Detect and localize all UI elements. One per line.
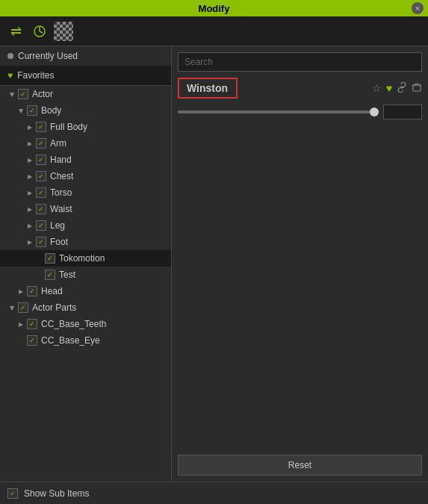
heart-icon[interactable]: ♥ <box>386 82 392 94</box>
checkbox-torso[interactable] <box>36 187 46 198</box>
tab-favorites[interactable]: ♥ Favorites <box>0 66 171 85</box>
animation-icon[interactable] <box>30 22 49 41</box>
preset-header: Winston ☆ ♥ <box>178 78 422 99</box>
window-title: Modify <box>199 3 230 14</box>
label-foot: Foot <box>50 237 68 247</box>
label-test: Test <box>59 270 75 280</box>
label-cc-base-eye: CC_Base_Eye <box>41 335 100 346</box>
right-panel: Winston ☆ ♥ <box>172 46 428 482</box>
checkbox-cc-base-eye[interactable] <box>27 335 37 346</box>
checkbox-actor[interactable] <box>18 89 28 99</box>
tree-item-actor[interactable]: Actor <box>0 86 171 102</box>
slider-value-wrapper: ▲ ▼ <box>383 105 422 119</box>
show-sub-items-label: Show Sub Items <box>24 488 89 499</box>
favorites-heart-icon: ♥ <box>7 70 13 81</box>
checkbox-waist[interactable] <box>36 204 46 214</box>
label-body: Body <box>41 105 61 116</box>
tree-item-waist[interactable]: Waist <box>0 201 171 217</box>
label-torso: Torso <box>50 187 72 198</box>
slider-thumb[interactable] <box>370 108 379 116</box>
preset-area: Winston ☆ ♥ <box>178 78 422 449</box>
tree-item-leg[interactable]: Leg <box>0 217 171 234</box>
label-arm: Arm <box>50 138 66 149</box>
tab-currently-used[interactable]: Currently Used <box>0 46 171 66</box>
arrow-waist <box>25 205 34 214</box>
label-tokomotion: Tokomotion <box>59 253 105 264</box>
label-chest: Chest <box>50 171 73 181</box>
tree-item-cc-base-teeth[interactable]: CC_Base_Teeth <box>0 316 171 332</box>
checkbox-head[interactable] <box>27 286 37 296</box>
search-input[interactable] <box>178 52 422 72</box>
favorites-label: Favorites <box>17 70 54 81</box>
checkbox-foot[interactable] <box>36 237 46 247</box>
checkbox-hand[interactable] <box>36 155 46 165</box>
currently-used-label: Currently Used <box>18 51 78 61</box>
tree-item-foot[interactable]: Foot <box>0 234 171 250</box>
tree-item-hand[interactable]: Hand <box>0 152 171 168</box>
tree-item-tokomotion[interactable]: Tokomotion <box>0 250 171 267</box>
toolbar: ⇌ <box>0 16 428 46</box>
label-cc-base-teeth: CC_Base_Teeth <box>41 319 106 329</box>
arrow-torso <box>25 188 34 197</box>
modify-icon[interactable]: ⇌ <box>6 22 25 41</box>
checkbox-arm[interactable] <box>36 138 46 149</box>
arrow-chest <box>25 172 34 181</box>
arrow-foot <box>25 237 34 246</box>
checkbox-chest[interactable] <box>36 171 46 181</box>
show-sub-items-checkbox[interactable] <box>7 488 18 499</box>
title-bar: Modify × <box>0 0 428 16</box>
slider-row: ▲ ▼ <box>178 105 422 119</box>
delete-icon[interactable] <box>412 82 422 95</box>
tree-item-full-body[interactable]: Full Body <box>0 119 171 135</box>
tree-item-chest[interactable]: Chest <box>0 168 171 184</box>
label-waist: Waist <box>50 204 72 214</box>
checkbox-test[interactable] <box>45 270 55 280</box>
slider-fill <box>178 111 379 113</box>
checkbox-actor-parts[interactable] <box>18 302 28 313</box>
left-panel: Currently Used ♥ Favorites Actor Body <box>0 46 172 482</box>
checkbox-full-body[interactable] <box>36 122 46 132</box>
tree-item-cc-base-eye[interactable]: CC_Base_Eye <box>0 332 171 349</box>
label-full-body: Full Body <box>50 122 87 132</box>
arrow-leg <box>25 221 34 230</box>
tab-bar: Currently Used ♥ Favorites <box>0 46 171 86</box>
label-hand: Hand <box>50 155 72 165</box>
label-head: Head <box>41 286 63 296</box>
tree-container: Actor Body Full Body Arm <box>0 86 171 482</box>
label-actor: Actor <box>32 89 53 99</box>
tree-item-head[interactable]: Head <box>0 283 171 299</box>
checkbox-body[interactable] <box>27 105 37 116</box>
arrow-actor-parts <box>7 303 16 312</box>
bookmark-icon[interactable]: ☆ <box>372 82 382 94</box>
tree-item-torso[interactable]: Torso <box>0 184 171 201</box>
slider-track[interactable] <box>178 111 379 113</box>
svg-rect-1 <box>413 85 421 91</box>
preset-icons: ☆ ♥ <box>372 82 422 95</box>
currently-used-dot <box>7 53 13 59</box>
arrow-cc-base-teeth <box>16 320 25 329</box>
label-actor-parts: Actor Parts <box>32 302 76 313</box>
close-button[interactable]: × <box>412 2 424 14</box>
preset-name: Winston <box>178 78 238 99</box>
checkbox-leg[interactable] <box>36 220 46 231</box>
tree-item-arm[interactable]: Arm <box>0 135 171 152</box>
slider-value-input[interactable] <box>384 105 428 119</box>
tree-item-actor-parts[interactable]: Actor Parts <box>0 299 171 316</box>
main-layout: Currently Used ♥ Favorites Actor Body <box>0 46 428 482</box>
label-leg: Leg <box>50 220 65 231</box>
link-icon[interactable] <box>397 82 407 95</box>
checker-icon[interactable] <box>54 22 73 41</box>
arrow-full-body <box>25 122 34 131</box>
arrow-hand <box>25 155 34 164</box>
arrow-actor <box>7 90 16 99</box>
arrow-arm <box>25 139 34 148</box>
checkbox-tokomotion[interactable] <box>45 253 55 264</box>
arrow-body <box>16 106 25 115</box>
reset-button[interactable]: Reset <box>178 455 422 476</box>
tree-item-body[interactable]: Body <box>0 102 171 119</box>
arrow-head <box>16 287 25 296</box>
bottom-bar: Show Sub Items <box>0 482 428 504</box>
checkbox-cc-base-teeth[interactable] <box>27 319 37 329</box>
tree-item-test[interactable]: Test <box>0 267 171 283</box>
